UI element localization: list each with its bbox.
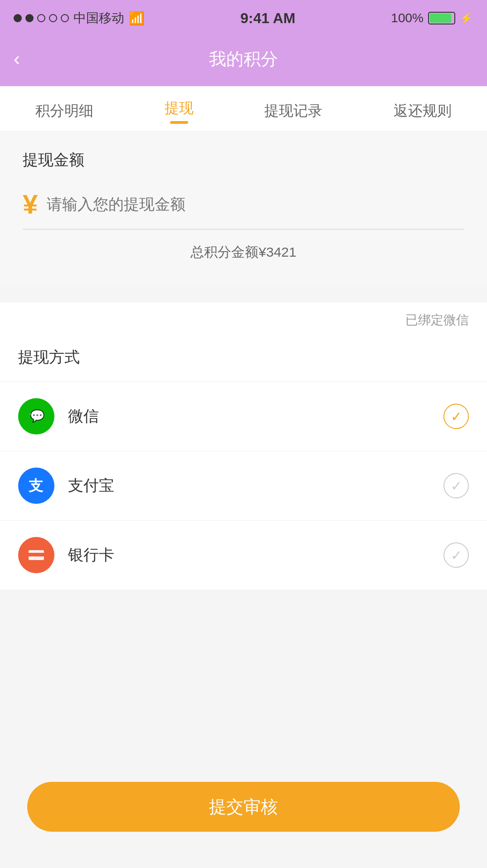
wechat-bound-row: 已绑定微信 xyxy=(0,302,487,338)
status-right: 100% ⚡ xyxy=(391,11,473,25)
payment-list: 💬 微信 ✓ 支 支付宝 ✓ 银行卡 ✓ xyxy=(0,381,487,590)
amount-input-row: ¥ xyxy=(23,189,464,229)
status-left: 中国移动 📶 xyxy=(14,10,145,27)
wifi-icon: 📶 xyxy=(129,11,145,26)
payment-item-bank[interactable]: 银行卡 ✓ xyxy=(0,520,487,590)
bank-icon xyxy=(18,537,54,573)
svg-text:支: 支 xyxy=(28,478,44,494)
tab-rules[interactable]: 返还规则 xyxy=(394,86,452,131)
submit-button[interactable]: 提交审核 xyxy=(27,782,460,832)
svg-rect-9 xyxy=(29,553,44,556)
alipay-label: 支付宝 xyxy=(68,475,443,496)
nav-bar: ‹ 我的积分 xyxy=(0,36,487,86)
bank-check: ✓ xyxy=(443,542,469,568)
signal-dots xyxy=(14,14,69,22)
amount-title: 提现金额 xyxy=(23,150,464,171)
method-title: 提现方式 xyxy=(18,347,469,368)
wechat-label: 微信 xyxy=(68,406,443,427)
status-time: 9:41 AM xyxy=(240,10,296,27)
status-bar: 中国移动 📶 9:41 AM 100% ⚡ xyxy=(0,0,487,36)
bank-label: 银行卡 xyxy=(68,545,443,566)
dot3 xyxy=(37,14,45,22)
battery-icon xyxy=(428,12,455,24)
nav-title: 我的积分 xyxy=(209,48,278,71)
wechat-icon: 💬 xyxy=(18,398,54,434)
svg-text:💬: 💬 xyxy=(30,409,45,423)
svg-rect-10 xyxy=(29,556,34,558)
tab-history[interactable]: 提现记录 xyxy=(264,86,322,131)
payment-item-alipay[interactable]: 支 支付宝 ✓ xyxy=(0,451,487,520)
tab-bar: 积分明细 提现 提现记录 返还规则 xyxy=(0,86,487,132)
dot2 xyxy=(25,14,34,22)
battery-percent: 100% xyxy=(391,11,424,25)
wechat-bound-text: 已绑定微信 xyxy=(405,312,469,329)
total-points: 总积分金额¥3421 xyxy=(23,243,464,262)
payment-item-wechat[interactable]: 💬 微信 ✓ xyxy=(0,381,487,451)
alipay-check: ✓ xyxy=(443,473,469,498)
alipay-icon: 支 xyxy=(18,468,54,504)
submit-area: 提交审核 xyxy=(27,782,460,832)
battery-fill xyxy=(430,14,451,23)
dot5 xyxy=(61,14,69,22)
method-title-row: 提现方式 xyxy=(0,338,487,381)
amount-input[interactable] xyxy=(47,195,464,213)
back-button[interactable]: ‹ xyxy=(14,48,20,70)
tab-underline xyxy=(170,121,188,124)
section-spacer xyxy=(0,284,487,302)
bolt-icon: ⚡ xyxy=(460,12,473,24)
dot1 xyxy=(14,14,22,22)
yen-symbol: ¥ xyxy=(23,189,38,220)
tab-detail[interactable]: 积分明细 xyxy=(35,86,93,131)
dot4 xyxy=(49,14,57,22)
carrier-label: 中国移动 xyxy=(73,10,124,27)
tab-withdraw[interactable]: 提现 xyxy=(165,86,194,131)
amount-section: 提现金额 ¥ 总积分金额¥3421 xyxy=(0,132,487,284)
wechat-check: ✓ xyxy=(443,404,469,429)
